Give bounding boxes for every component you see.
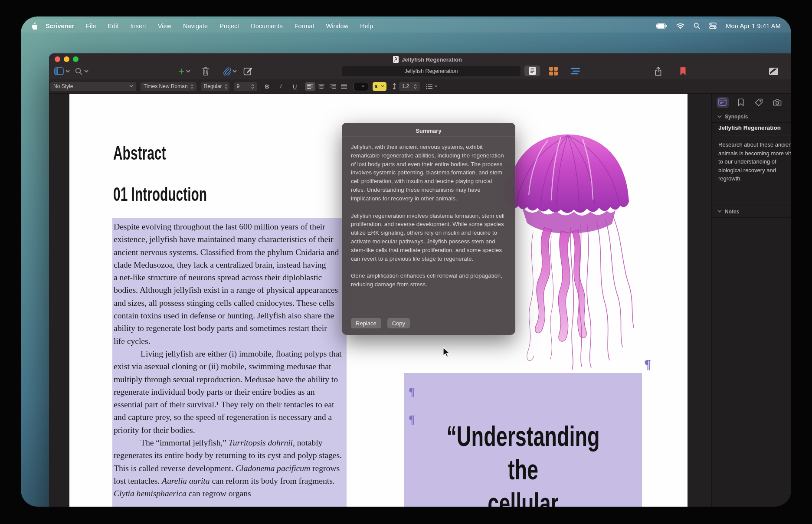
synopsis-doc-title: Jellyfish Regeneration: [718, 124, 791, 135]
summary-paragraph: Gene amplification enhances cell renewal…: [351, 272, 506, 289]
chevron-down-icon: [717, 115, 722, 118]
apple-menu-icon[interactable]: [31, 22, 38, 30]
synopsis-label: Synopsis: [725, 114, 748, 120]
line-spacing-icon: [392, 83, 396, 90]
menu-item-help[interactable]: Help: [360, 23, 373, 29]
synopsis-section-header[interactable]: Synopsis: [712, 111, 791, 123]
format-bar: No Style Times New Roman Regular 9 B I U: [49, 79, 791, 94]
chevron-down-icon: [186, 70, 190, 73]
inspector-tabs: [712, 94, 791, 111]
chevron-down-icon: [84, 70, 88, 73]
notes-section-header[interactable]: Notes: [712, 206, 791, 218]
menu-item-window[interactable]: Window: [326, 23, 349, 29]
align-justify-button[interactable]: [339, 82, 349, 91]
mouse-cursor: [442, 347, 450, 357]
notes-tab-icon[interactable]: [717, 97, 729, 108]
font-size-stepper[interactable]: 9: [234, 82, 257, 91]
editor-left-gutter: [49, 94, 69, 507]
heading-introduction: 01 Introduction: [113, 183, 207, 205]
copy-button[interactable]: Copy: [387, 318, 410, 328]
quick-reference-button[interactable]: [769, 66, 778, 77]
synopsis-text[interactable]: Research about these ancient animals is …: [718, 135, 791, 183]
paragraph-mark: ¶: [644, 357, 651, 371]
pull-quote-block[interactable]: ¶ ¶ “Understanding the cellular mechanis…: [404, 373, 642, 507]
bookmark-button[interactable]: [680, 66, 686, 77]
chevron-down-icon: [65, 70, 70, 73]
jellyfish-illustration: [496, 130, 640, 371]
editor-right-gutter: [688, 94, 711, 507]
document-path-field[interactable]: Jellyfish Regeneration: [342, 66, 521, 76]
search-button[interactable]: [75, 66, 88, 77]
binder-toggle-button[interactable]: [54, 66, 70, 77]
menu-item-file[interactable]: File: [86, 23, 96, 29]
heading-abstract: Abstract: [113, 142, 166, 164]
paragraph-mark: ¶: [409, 385, 415, 399]
pull-quote-text: “Understanding the cellular mechanisms t…: [436, 420, 610, 507]
chevron-down-icon: [232, 70, 237, 73]
menu-item-insert[interactable]: Insert: [130, 23, 146, 29]
align-right-button[interactable]: [327, 82, 338, 91]
menu-item-scrivener[interactable]: Scrivener: [46, 23, 74, 29]
menu-item-edit[interactable]: Edit: [108, 23, 118, 29]
menu-item-navigate[interactable]: Navigate: [183, 23, 208, 29]
trash-button[interactable]: [202, 66, 210, 77]
align-left-button[interactable]: [305, 82, 315, 91]
paragraph: Despite evolving throughout the last 600…: [114, 220, 345, 347]
summary-popup: Summary Jellyfish, with their ancient ne…: [342, 123, 515, 335]
window-title: Jellyfish Regeneration: [402, 56, 462, 63]
menu-item-format[interactable]: Format: [295, 23, 314, 29]
spotlight-search-icon[interactable]: [694, 23, 700, 29]
bookmarks-tab-icon[interactable]: [735, 97, 747, 108]
control-center-icon[interactable]: [709, 23, 717, 29]
menu-item-documents[interactable]: Documents: [251, 23, 282, 29]
wifi-icon[interactable]: [676, 23, 684, 29]
summary-paragraph: Jellyfish, with their ancient nervous sy…: [351, 143, 506, 203]
underline-button[interactable]: U: [291, 83, 299, 90]
line-spacing-stepper[interactable]: 1.2: [399, 82, 420, 91]
bold-button[interactable]: B: [263, 83, 271, 90]
menu-bar: Scrivener File Edit Insert View Navigate…: [21, 19, 791, 33]
italic-button[interactable]: I: [277, 83, 285, 90]
compose-button[interactable]: [243, 66, 252, 77]
add-item-button[interactable]: +: [178, 66, 190, 77]
align-center-button[interactable]: [316, 82, 327, 91]
window-titlebar: Jellyfish Regeneration: [49, 53, 791, 66]
chevron-down-icon: [129, 85, 133, 88]
scrivener-window: Jellyfish Regeneration +: [49, 53, 791, 507]
battery-icon[interactable]: [656, 23, 667, 29]
view-mode-corkboard-button[interactable]: [547, 66, 560, 76]
attach-paperclip-button[interactable]: [223, 66, 237, 77]
menu-item-project[interactable]: Project: [219, 23, 239, 29]
list-format-button[interactable]: [426, 84, 438, 89]
menubar-clock[interactable]: Mon Apr 1 9:41 AM: [726, 23, 781, 29]
view-mode-outline-button[interactable]: [569, 66, 582, 76]
desktop: Scrivener File Edit Insert View Navigate…: [21, 16, 791, 507]
inspector-panel: Synopsis Jellyfish Regeneration Research…: [711, 94, 791, 507]
comments-tab-icon[interactable]: [789, 97, 792, 108]
popup-title: Summary: [342, 123, 515, 137]
snapshots-camera-tab-icon[interactable]: [771, 97, 783, 108]
highlight-color-button[interactable]: a: [373, 82, 386, 91]
view-mode-document-button[interactable]: [524, 66, 540, 76]
menu-item-view[interactable]: View: [158, 23, 171, 29]
toolbar-divider: [565, 67, 565, 75]
metadata-tag-tab-icon[interactable]: [753, 97, 765, 108]
text-color-swatch[interactable]: [354, 82, 368, 91]
selected-text-block[interactable]: Despite evolving throughout the last 600…: [112, 218, 347, 507]
replace-button[interactable]: Replace: [351, 318, 381, 328]
summary-paragraph: Jellyfish regeneration involves blastema…: [351, 212, 506, 263]
style-dropdown[interactable]: No Style: [50, 82, 136, 91]
share-button[interactable]: [655, 66, 662, 77]
synopsis-card[interactable]: Jellyfish Regeneration Research about th…: [712, 123, 791, 183]
toolbar: + Jellyfish Regeneration: [49, 66, 791, 79]
paragraph: Living jellyfish are either (i) immobile…: [114, 347, 345, 436]
document-icon: [393, 56, 399, 63]
font-family-select[interactable]: Times New Roman: [141, 82, 196, 91]
paragraph: The “immortal jellyfish,” Turritopsis do…: [114, 436, 345, 500]
font-weight-select[interactable]: Regular: [201, 82, 229, 91]
chevron-down-icon: [717, 210, 722, 213]
notes-label: Notes: [725, 209, 739, 215]
